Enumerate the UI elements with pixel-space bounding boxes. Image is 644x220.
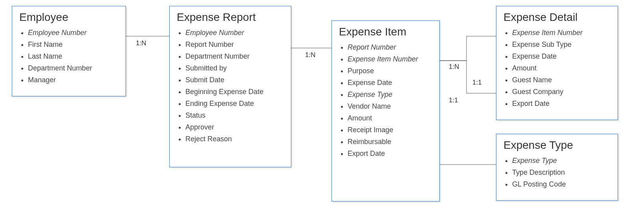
entity-title: Expense Item [339,26,432,38]
entity-field: Department Number [28,62,118,74]
entity-expense-report: Expense ReportEmployee NumberReport Numb… [169,6,291,167]
entity-field-label: Beginning Expense Date [185,88,263,96]
entity-field-label: Ending Expense Date [185,100,254,107]
entity-field: Report Number [185,39,284,50]
entity-field: Status [185,109,284,121]
entity-field-label: Department Number [185,52,250,60]
entity-field-list: Employee NumberReport NumberDepartment N… [177,27,284,145]
entity-field: Expense Type [512,155,611,166]
entity-field: Report Number [348,41,432,53]
entity-field-label: Expense Date [512,52,557,60]
entity-field-label: Approver [185,123,214,131]
entity-field: Employee Number [185,27,284,39]
entity-field-label: Expense Item Number [512,29,583,37]
entity-field-list: Report NumberExpense Item NumberPurposeE… [339,41,432,159]
entity-expense-type: Expense TypeExpense TypeType Description… [496,134,618,201]
entity-field: Department Number [185,50,284,62]
entity-field-list: Expense TypeType DescriptionGL Posting C… [503,155,611,190]
entity-field-label: Purpose [348,67,374,75]
entity-field: Expense Item Number [348,53,432,65]
entity-title: Expense Type [503,139,611,152]
entity-field: Ending Expense Date [185,98,284,109]
entity-field: Amount [348,112,432,124]
entity-field: Purpose [348,65,432,77]
entity-field-label: Guest Company [512,88,563,96]
entity-field: Approver [185,121,284,133]
relation-label-report-to-item: 1:N [305,51,315,59]
entity-field-label: Amount [512,64,537,72]
entity-field: Reject Reason [185,133,284,145]
entity-title: Expense Report [177,11,284,24]
er-diagram: 1:N1:N1:N1:11:1EmployeeEmployee NumberFi… [0,0,644,220]
entity-field-label: Last Name [28,52,62,60]
relation-label-item-to-type-11: 1:1 [449,96,458,104]
entity-field: Manager [28,74,118,86]
entity-field-label: Expense Type [348,91,392,98]
entity-field-label: Amount [348,114,372,122]
entity-field: Expense Date [348,77,432,89]
entity-expense-item: Expense ItemReport NumberExpense Item Nu… [331,20,440,202]
entity-field: Submit Date [185,74,284,86]
entity-field: Expense Sub Type [512,39,611,50]
entity-field-list: Expense Item NumberExpense Sub TypeExpen… [503,27,611,109]
entity-field: Export Date [348,148,432,159]
entity-field: Guest Company [512,86,611,98]
entity-field: Beginning Expense Date [185,86,284,98]
entity-field-list: Employee NumberFirst NameLast NameDepart… [19,27,118,86]
entity-field-label: Report Number [348,43,396,51]
entity-field: GL Posting Code [512,178,611,190]
entity-field-label: Export Date [512,100,550,107]
relation-label-item-to-detail-1n: 1:N [449,63,459,71]
entity-field: Amount [512,62,611,74]
entity-title: Expense Detail [503,11,611,24]
entity-field: Last Name [28,50,118,62]
entity-field-label: Report Number [185,41,234,48]
entity-field-label: Expense Item Number [348,55,418,63]
entity-title: Employee [19,11,118,24]
entity-field-label: Reject Reason [185,135,232,143]
entity-field-label: Guest Name [512,76,552,84]
entity-employee: EmployeeEmployee NumberFirst NameLast Na… [12,6,126,96]
entity-field: Expense Item Number [512,27,611,39]
entity-field-label: Employee Number [28,29,87,37]
entity-field: Submitted by [185,62,284,74]
entity-field-label: GL Posting Code [512,180,566,188]
entity-field: Type Description [512,166,611,178]
entity-field: Employee Number [28,27,118,39]
entity-field: Receipt Image [348,124,432,136]
entity-field-label: Submit Date [185,76,224,84]
entity-field-label: Expense Date [348,79,392,87]
entity-field-label: Type Description [512,168,565,176]
entity-field-label: Department Number [28,64,92,72]
entity-field: Guest Name [512,74,611,86]
entity-field-label: Submitted by [185,64,227,72]
entity-field-label: Manager [28,76,56,84]
entity-field-label: Export Date [348,150,385,157]
entity-field: Vendor Name [348,100,432,112]
entity-field-label: Expense Type [512,157,557,165]
entity-field: First Name [28,39,118,50]
entity-expense-detail: Expense DetailExpense Item NumberExpense… [496,6,618,120]
entity-field: Export Date [512,98,611,109]
entity-field-label: First Name [28,41,63,48]
entity-field-label: Employee Number [185,29,244,37]
entity-field-label: Expense Sub Type [512,41,572,48]
entity-field-label: Status [185,111,205,119]
relation-label-item-to-detail-11: 1:1 [472,79,482,87]
entity-field: Expense Type [348,89,432,100]
entity-field: Reimbursable [348,136,432,148]
entity-field: Expense Date [512,50,611,62]
entity-field-label: Receipt Image [348,126,393,134]
entity-field-label: Vendor Name [348,102,391,110]
entity-field-label: Reimbursable [348,138,391,146]
relation-label-emp-to-report: 1:N [136,39,146,47]
